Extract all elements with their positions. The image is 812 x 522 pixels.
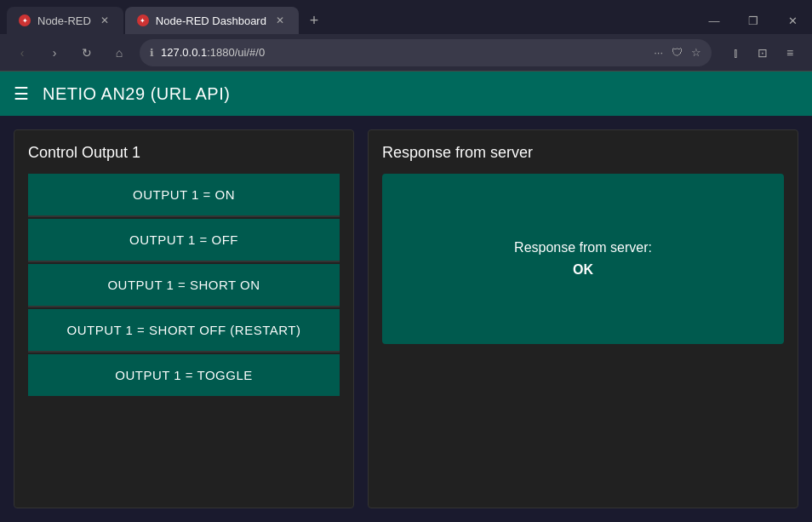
- output-toggle-button[interactable]: OUTPUT 1 = TOGGLE: [28, 354, 340, 396]
- url-path: :1880/ui/#/0: [207, 46, 265, 59]
- app-content: Control Output 1 OUTPUT 1 = ON OUTPUT 1 …: [0, 116, 812, 522]
- button-list: OUTPUT 1 = ON OUTPUT 1 = OFF OUTPUT 1 = …: [28, 174, 340, 396]
- response-panel-title: Response from server: [382, 144, 784, 162]
- minimize-button[interactable]: —: [695, 7, 734, 34]
- sidebar-icon[interactable]: ⊡: [751, 41, 775, 65]
- browser-chrome: ✦ Node-RED ✕ ✦ Node-RED Dashboard ✕ + — …: [0, 0, 812, 72]
- tab-node-red[interactable]: ✦ Node-RED ✕: [7, 7, 123, 34]
- address-bar: ‹ › ↻ ⌂ ℹ 127.0.0.1:1880/ui/#/0 ··· 🛡 ☆ …: [0, 34, 812, 72]
- shield-icon[interactable]: 🛡: [672, 46, 683, 59]
- control-panel: Control Output 1 OUTPUT 1 = ON OUTPUT 1 …: [14, 129, 354, 508]
- close-button[interactable]: ✕: [773, 7, 812, 34]
- output-on-button[interactable]: OUTPUT 1 = ON: [28, 174, 340, 217]
- tab-label-dashboard: Node-RED Dashboard: [156, 14, 266, 27]
- tab-dashboard[interactable]: ✦ Node-RED Dashboard ✕: [125, 7, 299, 34]
- response-panel: Response from server Response from serve…: [368, 129, 798, 508]
- hamburger-icon[interactable]: ☰: [14, 83, 29, 104]
- tab-label-node-red: Node-RED: [37, 14, 91, 27]
- tab-icon-dashboard: ✦: [137, 14, 149, 26]
- back-button[interactable]: ‹: [10, 41, 34, 65]
- output-short-off-button[interactable]: OUTPUT 1 = SHORT OFF (RESTART): [28, 309, 340, 353]
- refresh-button[interactable]: ↻: [75, 41, 99, 65]
- tab-icon-node-red: ✦: [19, 14, 31, 26]
- response-status: OK: [573, 262, 593, 278]
- control-panel-title: Control Output 1: [28, 144, 340, 162]
- home-button[interactable]: ⌂: [107, 41, 131, 65]
- url-bar[interactable]: ℹ 127.0.0.1:1880/ui/#/0 ··· 🛡 ☆: [140, 39, 712, 66]
- output-off-button[interactable]: OUTPUT 1 = OFF: [28, 219, 340, 262]
- menu-icon[interactable]: ≡: [778, 41, 802, 65]
- reader-icon[interactable]: ···: [654, 46, 663, 59]
- tab-close-node-red[interactable]: ✕: [98, 14, 112, 27]
- output-short-on-button[interactable]: OUTPUT 1 = SHORT ON: [28, 264, 340, 307]
- bookmark-icon[interactable]: ☆: [691, 46, 701, 59]
- new-tab-button[interactable]: +: [302, 9, 326, 32]
- response-message: Response from server:: [514, 240, 652, 255]
- url-text: 127.0.0.1:1880/ui/#/0: [161, 46, 647, 59]
- url-host: 127.0.0.1: [161, 46, 207, 59]
- collections-icon[interactable]: ⫿: [723, 41, 747, 65]
- response-content-area: Response from server: OK: [382, 174, 784, 344]
- app-header: ☰ NETIO AN29 (URL API): [0, 72, 812, 116]
- forward-button[interactable]: ›: [43, 41, 66, 65]
- tab-close-dashboard[interactable]: ✕: [273, 14, 287, 27]
- lock-icon: ℹ: [150, 47, 154, 59]
- app-title: NETIO AN29 (URL API): [43, 84, 230, 104]
- maximize-button[interactable]: ❒: [734, 7, 773, 34]
